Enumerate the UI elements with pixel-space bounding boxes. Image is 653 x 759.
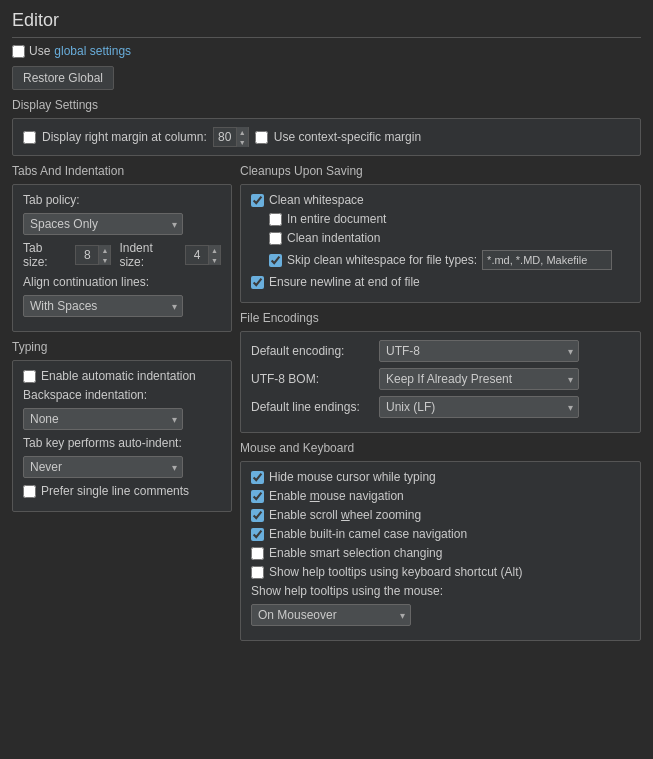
- tab-auto-indent-label: Tab key performs auto-indent:: [23, 436, 182, 450]
- display-settings-box: Display right margin at column: ▲ ▼ Use …: [12, 118, 641, 156]
- right-margin-up-arrow[interactable]: ▲: [236, 127, 248, 137]
- help-keyboard-checkbox[interactable]: [251, 566, 264, 579]
- default-encoding-row: Default encoding: UTF-8 UTF-16 ISO-8859-…: [251, 340, 630, 362]
- tab-auto-indent-label-row: Tab key performs auto-indent:: [23, 436, 221, 450]
- clean-indentation-checkbox[interactable]: [269, 232, 282, 245]
- right-margin-input[interactable]: [214, 130, 236, 144]
- mouse-keyboard-title: Mouse and Keyboard: [240, 441, 641, 455]
- tab-size-label: Tab size:: [23, 241, 67, 269]
- tab-size-down[interactable]: ▼: [98, 255, 110, 265]
- help-mouse-wrapper: On Mouseover On Click Never: [251, 604, 411, 626]
- tab-policy-combo-row: Spaces Only Tabs Only Use Tab Character …: [23, 213, 221, 235]
- help-mouse-label: Show help tooltips using the mouse:: [251, 584, 443, 598]
- tab-indent-size-row: Tab size: ▲ ▼ Indent size: ▲ ▼: [23, 241, 221, 269]
- mouse-nav-checkbox[interactable]: [251, 490, 264, 503]
- display-settings-title: Display Settings: [12, 98, 641, 112]
- help-keyboard-label: Show help tooltips using keyboard shortc…: [269, 565, 522, 579]
- scroll-zoom-row: Enable scroll wheel zooming: [251, 508, 630, 522]
- clean-whitespace-checkbox[interactable]: [251, 194, 264, 207]
- typing-section-title: Typing: [12, 340, 232, 354]
- tab-policy-combo-wrapper: Spaces Only Tabs Only Use Tab Character …: [23, 213, 183, 235]
- tabs-section-box: Tab policy: Spaces Only Tabs Only Use Ta…: [12, 184, 232, 332]
- tab-size-input[interactable]: [76, 248, 98, 262]
- auto-indent-label: Enable automatic indentation: [41, 369, 196, 383]
- smart-select-label: Enable smart selection changing: [269, 546, 442, 560]
- file-types-input[interactable]: [482, 250, 612, 270]
- right-margin-down-arrow[interactable]: ▼: [236, 137, 248, 147]
- skip-clean-row: Skip clean whitespace for file types:: [269, 250, 630, 270]
- mouse-nav-label: Enable mouse navigation: [269, 489, 404, 503]
- tab-policy-label: Tab policy:: [23, 193, 80, 207]
- tab-auto-indent-select[interactable]: Never Always In Leading Whitespace: [23, 456, 183, 478]
- single-line-checkbox[interactable]: [23, 485, 36, 498]
- line-endings-row: Default line endings: Unix (LF) Windows …: [251, 396, 630, 418]
- auto-indent-checkbox[interactable]: [23, 370, 36, 383]
- entire-document-row: In entire document: [269, 212, 630, 226]
- editor-page: Editor Use global settings Restore Globa…: [0, 0, 653, 659]
- indent-size-input[interactable]: [186, 248, 208, 262]
- tab-policy-select[interactable]: Spaces Only Tabs Only Use Tab Character …: [23, 213, 183, 235]
- clean-indentation-label: Clean indentation: [287, 231, 380, 245]
- cleanups-section-title: Cleanups Upon Saving: [240, 164, 641, 178]
- line-endings-select[interactable]: Unix (LF) Windows (CR/LF) Classic Mac (C…: [379, 396, 579, 418]
- tabs-section-title: Tabs And Indentation: [12, 164, 232, 178]
- mouse-nav-row: Enable mouse navigation: [251, 489, 630, 503]
- line-endings-wrapper: Unix (LF) Windows (CR/LF) Classic Mac (C…: [379, 396, 579, 418]
- typing-section-box: Enable automatic indentation Backspace i…: [12, 360, 232, 512]
- ensure-newline-checkbox[interactable]: [251, 276, 264, 289]
- ensure-newline-row: Ensure newline at end of file: [251, 275, 630, 289]
- smart-select-checkbox[interactable]: [251, 547, 264, 560]
- backspace-indent-select[interactable]: None Align to Tab Stop Remove All Spaces: [23, 408, 183, 430]
- entire-document-label: In entire document: [287, 212, 386, 226]
- clean-indentation-row: Clean indentation: [269, 231, 630, 245]
- tab-size-up[interactable]: ▲: [98, 245, 110, 255]
- global-settings-link[interactable]: global settings: [54, 44, 131, 58]
- align-continuation-label: Align continuation lines:: [23, 275, 149, 289]
- help-mouse-label-row: Show help tooltips using the mouse:: [251, 584, 630, 598]
- default-encoding-select[interactable]: UTF-8 UTF-16 ISO-8859-1 ASCII: [379, 340, 579, 362]
- align-continuation-select[interactable]: With Spaces With Tabs Don't Align: [23, 295, 183, 317]
- restore-global-button[interactable]: Restore Global: [12, 66, 114, 90]
- context-specific-margin-checkbox[interactable]: [255, 131, 268, 144]
- use-global-settings-checkbox[interactable]: [12, 45, 25, 58]
- utf8-bom-row: UTF-8 BOM: Keep If Already Present Alway…: [251, 368, 630, 390]
- camel-nav-checkbox[interactable]: [251, 528, 264, 541]
- camel-nav-row: Enable built-in camel case navigation: [251, 527, 630, 541]
- utf8-bom-select[interactable]: Keep If Already Present Always Add Alway…: [379, 368, 579, 390]
- backspace-indent-label-row: Backspace indentation:: [23, 388, 221, 402]
- backspace-combo-row: None Align to Tab Stop Remove All Spaces: [23, 408, 221, 430]
- line-endings-label: Default line endings:: [251, 400, 371, 414]
- indent-size-spinbox: ▲ ▼: [185, 245, 221, 265]
- hide-cursor-checkbox[interactable]: [251, 471, 264, 484]
- context-specific-margin-label: Use context-specific margin: [274, 130, 421, 144]
- tab-size-arrows: ▲ ▼: [98, 245, 110, 265]
- indent-size-up[interactable]: ▲: [208, 245, 220, 255]
- entire-document-checkbox[interactable]: [269, 213, 282, 226]
- file-encodings-box: Default encoding: UTF-8 UTF-16 ISO-8859-…: [240, 331, 641, 433]
- title-divider: [12, 37, 641, 38]
- cleanups-section-box: Clean whitespace In entire document Clea…: [240, 184, 641, 303]
- skip-clean-checkbox[interactable]: [269, 254, 282, 267]
- utf8-bom-wrapper: Keep If Already Present Always Add Alway…: [379, 368, 579, 390]
- display-right-margin-checkbox[interactable]: [23, 131, 36, 144]
- camel-nav-label: Enable built-in camel case navigation: [269, 527, 467, 541]
- default-encoding-wrapper: UTF-8 UTF-16 ISO-8859-1 ASCII: [379, 340, 579, 362]
- scroll-zoom-checkbox[interactable]: [251, 509, 264, 522]
- align-continuation-combo-row: With Spaces With Tabs Don't Align: [23, 295, 221, 317]
- help-mouse-combo-row: On Mouseover On Click Never: [251, 604, 630, 626]
- right-margin-spinbox: ▲ ▼: [213, 127, 249, 147]
- help-mouse-select[interactable]: On Mouseover On Click Never: [251, 604, 411, 626]
- tab-auto-indent-combo-row: Never Always In Leading Whitespace: [23, 456, 221, 478]
- indent-size-arrows: ▲ ▼: [208, 245, 220, 265]
- backspace-indent-label: Backspace indentation:: [23, 388, 147, 402]
- hide-cursor-row: Hide mouse cursor while typing: [251, 470, 630, 484]
- hide-cursor-label: Hide mouse cursor while typing: [269, 470, 436, 484]
- align-continuation-wrapper: With Spaces With Tabs Don't Align: [23, 295, 183, 317]
- display-settings-inner: Display right margin at column: ▲ ▼ Use …: [23, 127, 630, 147]
- tab-policy-row: Tab policy:: [23, 193, 221, 207]
- right-margin-arrows: ▲ ▼: [236, 127, 248, 147]
- indent-size-down[interactable]: ▼: [208, 255, 220, 265]
- mouse-keyboard-box: Hide mouse cursor while typing Enable mo…: [240, 461, 641, 641]
- clean-whitespace-row: Clean whitespace: [251, 193, 630, 207]
- left-column: Tabs And Indentation Tab policy: Spaces …: [12, 164, 232, 649]
